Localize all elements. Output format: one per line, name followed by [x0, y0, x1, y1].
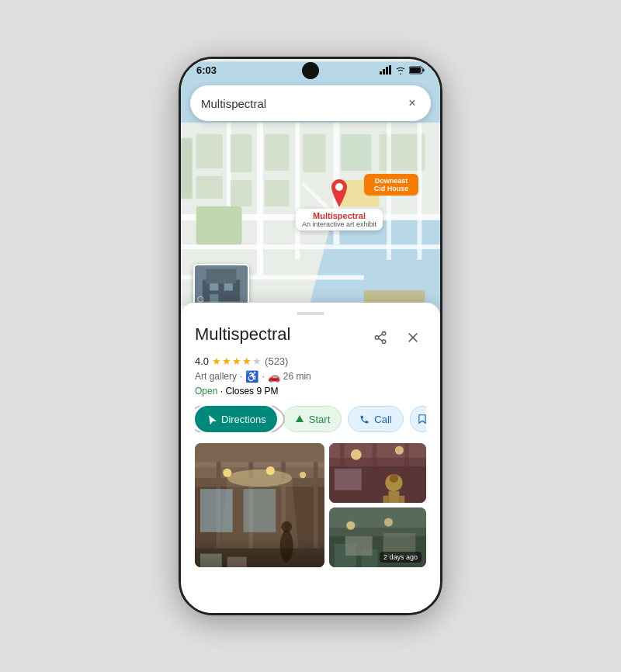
svg-point-66	[266, 466, 275, 475]
svg-rect-82	[388, 491, 399, 503]
camera-notch	[302, 62, 319, 79]
close-sheet-button[interactable]	[400, 324, 426, 351]
svg-rect-59	[314, 462, 318, 567]
drag-handle[interactable]	[297, 312, 324, 315]
signal-icon	[380, 65, 392, 74]
svg-rect-10	[196, 134, 223, 168]
svg-line-47	[378, 338, 382, 341]
directions-button-wrapper: Directions	[195, 406, 277, 432]
phone-frame: 6:03	[179, 57, 442, 615]
svg-rect-35	[423, 68, 425, 71]
rating-row: 4.0 ★ ★ ★ ★ ★ (523)	[195, 355, 426, 367]
battery-icon	[409, 66, 425, 74]
start-button[interactable]: Start	[283, 406, 342, 432]
call-button[interactable]: Call	[348, 406, 403, 432]
svg-rect-30	[380, 71, 382, 74]
star-1: ★	[212, 355, 221, 367]
pin-name: Multispectral	[302, 211, 376, 220]
status-time: 6:03	[196, 64, 217, 76]
search-value: Multispectral	[201, 97, 404, 110]
status-bar: 6:03	[181, 59, 440, 81]
directions-button[interactable]: Directions	[195, 406, 277, 432]
svg-rect-33	[389, 65, 391, 74]
action-buttons: Directions Start Call	[195, 406, 426, 432]
share-icon	[373, 331, 387, 345]
svg-rect-76	[372, 443, 376, 503]
separator-dot: ·	[240, 371, 242, 382]
svg-rect-21	[181, 138, 193, 199]
star-5: ★	[252, 355, 262, 367]
svg-rect-64	[227, 557, 247, 567]
call-icon	[359, 414, 369, 424]
pin-subtitle: An interactive art exhibit	[302, 220, 376, 228]
svg-point-89	[346, 521, 355, 530]
info-row-category: Art gallery · ♿ · 🚗 26 min	[195, 370, 426, 383]
svg-line-48	[378, 334, 382, 337]
svg-point-79	[395, 446, 404, 455]
start-label: Start	[309, 414, 330, 425]
thumbnail-image: ⬡	[195, 265, 248, 306]
pin-label: Multispectral An interactive art exhibit	[296, 209, 383, 230]
share-button[interactable]	[367, 324, 394, 351]
place-header: Multispectral	[195, 324, 426, 351]
directions-arrow-icon	[206, 414, 217, 424]
svg-rect-12	[231, 134, 252, 172]
svg-rect-84	[399, 496, 404, 503]
svg-point-71	[281, 521, 292, 532]
svg-marker-51	[296, 415, 304, 422]
open-row: Open · Closes 9 PM	[195, 386, 426, 397]
svg-rect-4	[181, 244, 440, 249]
close-icon	[407, 331, 419, 344]
call-label: Call	[374, 414, 391, 425]
svg-rect-77	[404, 443, 409, 503]
svg-rect-31	[383, 69, 385, 74]
car-icon: 🚗	[268, 371, 280, 383]
svg-point-90	[384, 518, 393, 526]
svg-point-78	[351, 449, 362, 460]
phone-inner: 6:03	[181, 59, 440, 613]
svg-rect-11	[196, 176, 223, 199]
photo-interior-right-top	[329, 443, 426, 503]
place-name: Multispectral	[195, 324, 290, 345]
bottom-sheet: Multispectral	[181, 303, 440, 613]
place-actions-top	[367, 324, 426, 351]
star-4: ★	[242, 355, 252, 367]
svg-rect-32	[386, 67, 388, 74]
svg-rect-16	[303, 134, 325, 172]
svg-rect-62	[195, 549, 324, 567]
photo-bottom-right[interactable]: 2 days ago	[329, 507, 426, 567]
save-button[interactable]	[410, 406, 426, 432]
svg-rect-63	[200, 554, 222, 567]
category-text: Art gallery	[195, 371, 237, 382]
svg-rect-40	[206, 269, 237, 284]
separator-dot-2: ·	[262, 371, 264, 382]
svg-rect-20	[196, 206, 242, 244]
map-thumbnail[interactable]: ⬡	[193, 264, 249, 307]
photo-left[interactable]	[195, 443, 324, 567]
directions-label: Directions	[221, 414, 266, 425]
accessible-icon: ♿	[245, 370, 258, 383]
svg-rect-6	[257, 123, 263, 275]
status-icons	[380, 65, 425, 74]
poi-badge[interactable]: Downeast Cid House	[364, 174, 418, 196]
drive-time: 26 min	[283, 371, 311, 382]
svg-rect-36	[410, 68, 421, 73]
open-status: Open	[195, 386, 217, 397]
svg-point-45	[375, 336, 379, 340]
svg-point-46	[382, 340, 386, 344]
svg-point-85	[390, 474, 398, 483]
photo-right-column: 2 days ago	[329, 443, 426, 567]
search-bar[interactable]: Multispectral ×	[190, 85, 431, 121]
search-close-button[interactable]: ×	[404, 95, 420, 111]
star-2: ★	[222, 355, 231, 367]
svg-rect-83	[383, 496, 388, 503]
review-count: (523)	[265, 355, 288, 367]
photo-top-right[interactable]	[329, 443, 426, 503]
svg-rect-13	[231, 180, 252, 206]
svg-point-44	[382, 332, 386, 336]
svg-rect-42	[224, 283, 233, 290]
photo-grid[interactable]: 2 days ago	[195, 443, 426, 567]
start-icon	[295, 414, 304, 424]
wifi-icon	[395, 66, 406, 74]
svg-rect-17	[341, 134, 371, 171]
